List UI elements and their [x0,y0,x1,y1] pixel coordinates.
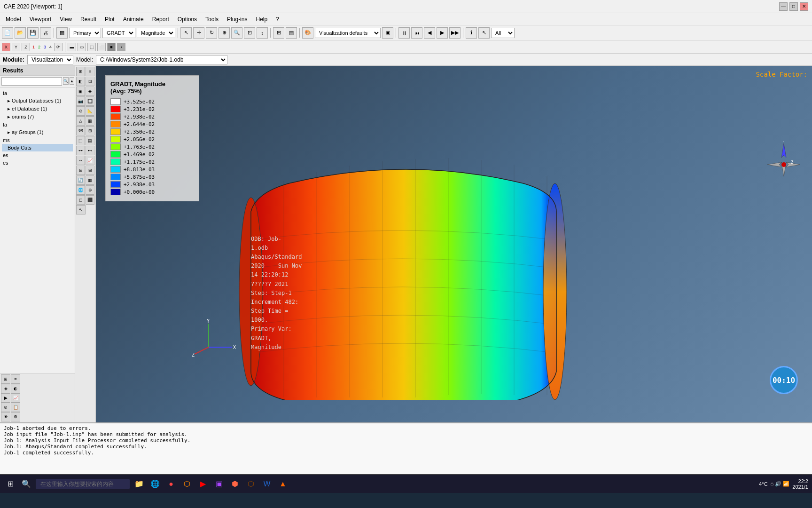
search-btn[interactable]: 🔍 [63,77,69,85]
icon-overlay[interactable]: ◐ [11,384,20,393]
menu-viewport[interactable]: Viewport [26,15,55,24]
sidebar-icon-26[interactable]: ⊕ [86,185,94,195]
zoom-btn[interactable]: 🔍 [231,27,242,39]
shade2-btn[interactable]: ▪ [117,43,125,51]
tree-item-odb[interactable]: ▸ Output Databases (1) [2,97,73,105]
taskbar-app4-icon[interactable]: ▣ [212,477,226,491]
sidebar-icon-21[interactable]: ⊟ [76,166,85,175]
viewport-btn[interactable]: ▣ [382,27,393,39]
menu-plot[interactable]: Plot [101,15,118,24]
menu-question[interactable]: ? [272,15,283,24]
sidebar-icon-3[interactable]: ◧ [76,77,85,86]
pan-btn[interactable]: ↕ [257,27,268,39]
tree-item-es2[interactable]: es [2,159,73,167]
menu-animate[interactable]: Animate [119,15,148,24]
scale-btn[interactable]: ⊕ [219,27,230,39]
close-button[interactable]: ✕ [800,2,808,11]
taskbar-chrome-icon[interactable]: 🌐 [148,477,162,491]
tree-item-es1[interactable]: es [2,151,73,159]
hidden-btn[interactable]: ⬜ [97,43,106,51]
edge-btn[interactable]: ▭ [78,43,86,51]
taskbar-files-icon[interactable]: 📁 [133,477,146,491]
taskbar-search[interactable] [36,479,130,489]
sidebar-icon-12[interactable]: ▦ [86,116,94,126]
sidebar-icon-9[interactable]: ⊙ [76,106,85,116]
sidebar-icon-13[interactable]: 🗺 [76,126,85,135]
tree-item-body-cuts[interactable]: Body Cuts [2,144,73,151]
fit-btn[interactable]: ⊡ [244,27,255,39]
minimize-button[interactable]: — [779,2,788,11]
viewport[interactable]: Scale Factor: GRADT, Magnitude (Avg: 75%… [96,66,812,422]
sidebar-icon-16[interactable]: ▤ [86,136,94,145]
sidebar-icon-6[interactable]: ◈ [86,87,94,96]
menu-tools[interactable]: Tools [202,15,222,24]
taskbar-app5-icon[interactable]: ⬢ [228,477,242,491]
tree-item-ta[interactable]: ta [2,89,73,97]
menu-help[interactable]: Help [252,15,271,24]
sidebar-icon-11[interactable]: △ [76,116,85,126]
vis-defaults-dropdown[interactable]: Visualization defaults [315,28,381,38]
x-btn[interactable]: X [2,43,10,51]
open-btn[interactable]: 📂 [15,27,26,39]
first-btn[interactable]: ⏮ [411,27,422,39]
windows-icon[interactable]: ⊞ [4,477,17,491]
tree-item-forums[interactable]: ▸ orums (7) [2,113,73,121]
sidebar-icon-20[interactable]: 📈 [86,156,94,165]
taskbar-app1-icon[interactable]: ● [164,477,178,491]
icon-mesh[interactable]: ⊞ [1,374,10,384]
icon-contour[interactable]: ≡ [11,374,20,384]
taskbar-app6-icon[interactable]: ⬡ [244,477,258,491]
table-btn[interactable]: ▤ [286,27,297,39]
sidebar-icon-28[interactable]: ⬛ [86,195,94,205]
icon-probe[interactable]: ⊙ [1,403,10,412]
face-btn[interactable]: ▬ [68,43,76,51]
module-select[interactable]: Visualization [27,55,73,64]
module-icon[interactable]: ▦ [56,27,68,39]
icon-deform[interactable]: ◈ [1,384,10,393]
icon-view[interactable]: 👁 [1,412,10,421]
sidebar-icon-23[interactable]: 🔄 [76,175,85,185]
primary-dropdown[interactable]: Primary [69,28,101,38]
menu-result[interactable]: Result [77,15,100,24]
icon-animate[interactable]: ▶ [1,393,10,403]
color-btn[interactable]: 🎨 [302,27,313,39]
z-btn[interactable]: Z [22,43,30,51]
grid-btn[interactable]: ⊞ [273,27,284,39]
print-btn[interactable]: 🖨 [40,27,51,39]
icon-options[interactable]: ⚙ [11,412,20,421]
sidebar-icon-14[interactable]: ⊞ [86,126,94,135]
sidebar-icon-27[interactable]: ◻ [76,195,85,205]
sidebar-icon-7[interactable]: 📷 [76,96,85,106]
y-btn[interactable]: Y [12,43,20,51]
taskbar-word-icon[interactable]: W [260,477,273,491]
menu-options[interactable]: Options [174,15,201,24]
menu-report[interactable]: Report [148,15,173,24]
up-btn[interactable]: ▲ [70,77,74,85]
search-input[interactable] [1,77,62,86]
move-btn[interactable]: ✛ [193,27,204,39]
taskbar-abaqus-icon[interactable]: ▲ [276,477,289,491]
prev-btn[interactable]: ◀ [424,27,435,39]
tree-item-display[interactable]: ▸ ay Groups (1) [2,128,73,136]
sidebar-icon-10[interactable]: 📐 [86,106,94,116]
shade-btn[interactable]: ■ [107,43,116,51]
icon-report[interactable]: 📋 [11,403,20,412]
sidebar-icon-17[interactable]: ⊶ [76,146,85,155]
sidebar-icon-24[interactable]: ▦ [86,175,94,185]
taskbar-app3-icon[interactable]: ▶ [196,477,210,491]
tree-item-ms[interactable]: ms [2,136,73,144]
tree-item-el-db[interactable]: ▸ el Database (1) [2,105,73,113]
info-btn[interactable]: ℹ [466,27,477,39]
taskbar-app2-icon[interactable]: ⬡ [180,477,194,491]
sidebar-icon-8[interactable]: 🔲 [86,96,94,106]
menu-view[interactable]: View [56,15,76,24]
sidebar-icon-5[interactable]: ▣ [76,87,85,96]
menu-plugins[interactable]: Plug-ins [223,15,251,24]
maximize-button[interactable]: □ [789,2,798,11]
sidebar-icon-25[interactable]: 🌐 [76,185,85,195]
sidebar-icon-1[interactable]: ⊞ [76,67,85,76]
sidebar-icon-22[interactable]: ⊞ [86,166,94,175]
tree-item-ta2[interactable]: ta [2,121,73,128]
next-btn[interactable]: ▶▶ [449,27,461,39]
model-select[interactable]: C:/Windows/System32/Job-1.odb [96,55,227,64]
